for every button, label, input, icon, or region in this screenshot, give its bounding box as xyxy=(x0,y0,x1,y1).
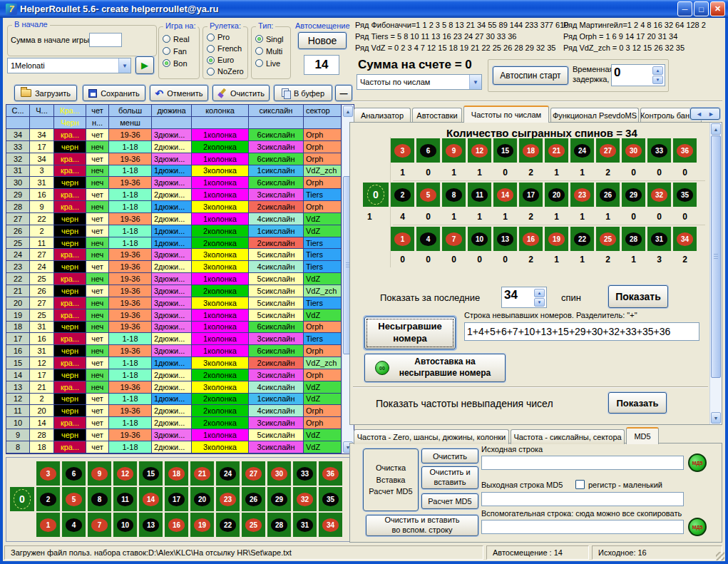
history-cell[interactable]: Tiers xyxy=(304,237,342,250)
history-cell[interactable]: 2колонка xyxy=(192,394,249,406)
history-cell[interactable]: 1-18 xyxy=(109,141,152,153)
history-header-cell[interactable]: сикслайн xyxy=(249,105,304,117)
history-cell[interactable]: кра... xyxy=(54,333,86,345)
history-cell[interactable]: 26 xyxy=(6,225,30,237)
history-cell[interactable]: VdZ xyxy=(304,394,342,406)
history-cell[interactable]: 1колонка xyxy=(192,345,249,357)
roulette-number-cell[interactable]: 28 xyxy=(622,227,645,251)
spin-up-icon[interactable]: ▲ xyxy=(652,66,663,75)
chevron-down-icon[interactable]: ▼ xyxy=(469,75,481,89)
preset-combo[interactable]: 1Melonati ▼ xyxy=(7,58,131,73)
history-cell[interactable]: чет xyxy=(86,285,109,297)
history-cell[interactable]: 2дюжи... xyxy=(152,333,192,345)
history-cell[interactable]: 2дюжи... xyxy=(152,261,192,273)
history-cell[interactable]: Tiers xyxy=(304,249,342,261)
roulette-number-cell[interactable]: 23 xyxy=(216,487,240,511)
history-cell[interactable]: чет xyxy=(86,394,109,406)
history-cell[interactable]: 2колонка xyxy=(192,405,249,417)
history-cell[interactable]: 3колонка xyxy=(192,165,249,178)
history-cell[interactable]: 1колонка xyxy=(192,189,249,201)
history-cell[interactable]: 1-18 xyxy=(109,417,152,429)
roulette-number-cell[interactable]: 25 xyxy=(242,513,265,537)
copy-buffer-button[interactable]: В буфер xyxy=(274,85,332,101)
tab-analyzer[interactable]: Анализатор xyxy=(354,108,411,123)
history-cell[interactable]: 16 xyxy=(30,189,54,201)
resize-grip[interactable] xyxy=(716,552,724,560)
history-cell[interactable]: Orph xyxy=(304,153,342,165)
history-cell[interactable]: VdZ_zch xyxy=(304,285,342,297)
history-cell[interactable]: 17 xyxy=(30,141,54,153)
history-cell[interactable]: 9 xyxy=(30,201,54,213)
history-cell[interactable]: 29 xyxy=(6,189,30,201)
history-header-cell[interactable]: менш xyxy=(109,117,152,129)
history-cell[interactable]: 18 xyxy=(30,441,54,453)
history-cell[interactable]: 6сикслайн xyxy=(249,153,304,165)
roulette-number-cell[interactable]: 11 xyxy=(113,487,137,511)
roulette-number-cell[interactable]: 14 xyxy=(493,183,517,207)
history-cell[interactable]: 2 xyxy=(30,225,54,237)
roulette-number-cell[interactable]: 4 xyxy=(62,513,86,537)
roulette-number-cell[interactable]: 17 xyxy=(519,183,543,207)
roulette-number-cell[interactable]: 24 xyxy=(216,461,240,486)
tab-psevdoms[interactable]: Функционал PsevdoMS xyxy=(550,108,639,123)
history-header-cell[interactable] xyxy=(192,117,249,129)
history-cell[interactable]: чет xyxy=(86,429,109,441)
roulette-number-cell[interactable]: 20 xyxy=(545,183,568,207)
history-cell[interactable]: 6сикслайн xyxy=(249,177,304,189)
history-cell[interactable]: 31 xyxy=(30,322,54,334)
history-cell[interactable]: 1-18 xyxy=(109,333,152,345)
roulette-number-cell[interactable]: 33 xyxy=(293,461,317,486)
history-cell[interactable]: 1дюжи... xyxy=(152,201,192,213)
radio-live[interactable]: Live xyxy=(255,57,283,69)
roulette-number-cell[interactable]: 8 xyxy=(442,183,466,207)
history-cell[interactable]: 2дюжи... xyxy=(152,417,192,429)
roulette-number-cell[interactable]: 12 xyxy=(468,138,491,163)
history-cell[interactable]: черн xyxy=(54,429,86,441)
md5-aux-run-icon[interactable]: МД5 xyxy=(688,518,707,536)
history-cell[interactable]: 1сикслайн xyxy=(249,225,304,237)
roulette-number-cell[interactable]: 22 xyxy=(216,513,240,537)
history-cell[interactable]: 5сикслайн xyxy=(249,249,304,261)
new-button[interactable]: Новое xyxy=(298,32,347,49)
history-cell[interactable]: 9 xyxy=(6,429,30,441)
history-header-cell[interactable]: Ч... xyxy=(30,105,54,117)
history-cell[interactable]: 3дюжи... xyxy=(152,429,192,441)
autobet-missed-button[interactable]: 00 Автоставка на несыгравшие номера xyxy=(364,354,506,382)
history-cell[interactable]: 17 xyxy=(6,333,30,345)
history-cell[interactable]: Orph xyxy=(304,141,342,153)
history-cell[interactable]: неч xyxy=(86,309,109,322)
history-cell[interactable]: 3сикслайн xyxy=(249,441,304,453)
history-cell[interactable]: 32 xyxy=(6,153,30,165)
history-cell[interactable]: 3колонка xyxy=(192,357,249,369)
history-header-cell[interactable] xyxy=(249,117,304,129)
history-cell[interactable]: 2колонка xyxy=(192,417,249,429)
history-cell[interactable]: Orph xyxy=(304,177,342,189)
close-button[interactable]: ✕ xyxy=(710,1,725,16)
lowercase-checkbox[interactable] xyxy=(575,480,585,489)
history-cell[interactable]: 20 xyxy=(6,297,30,309)
history-cell[interactable]: 21 xyxy=(6,285,30,297)
history-cell[interactable]: 1колонка xyxy=(192,177,249,189)
chevron-down-icon[interactable]: ▼ xyxy=(118,58,130,73)
history-cell[interactable]: кра... xyxy=(54,381,86,394)
history-cell[interactable]: неч xyxy=(86,249,109,261)
history-cell[interactable]: неч xyxy=(86,177,109,189)
history-cell[interactable]: черн xyxy=(54,369,86,381)
history-cell[interactable]: 1-18 xyxy=(109,225,152,237)
history-cell[interactable]: 6сикслайн xyxy=(249,322,304,334)
history-cell[interactable]: VdZ xyxy=(304,441,342,453)
radio-pro[interactable]: Pro xyxy=(207,31,244,43)
history-cell[interactable]: 2дюжи... xyxy=(152,141,192,153)
history-cell[interactable]: 34 xyxy=(30,153,54,165)
history-cell[interactable]: 25 xyxy=(30,273,54,285)
history-cell[interactable]: 1дюжи... xyxy=(152,394,192,406)
history-cell[interactable]: 2дюжи... xyxy=(152,369,192,381)
scroll-down-icon[interactable]: ▼ xyxy=(711,412,721,424)
history-cell[interactable]: 4сикслайн xyxy=(249,381,304,394)
show-last-input[interactable]: 34 ▲ ▼ xyxy=(501,287,547,308)
history-cell[interactable]: VdZ xyxy=(304,273,342,285)
history-cell[interactable]: 19-36 xyxy=(109,297,152,309)
history-cell[interactable]: 2дюжи... xyxy=(152,189,192,201)
start-sum-input[interactable] xyxy=(89,33,122,47)
history-cell[interactable]: кра... xyxy=(54,357,86,369)
